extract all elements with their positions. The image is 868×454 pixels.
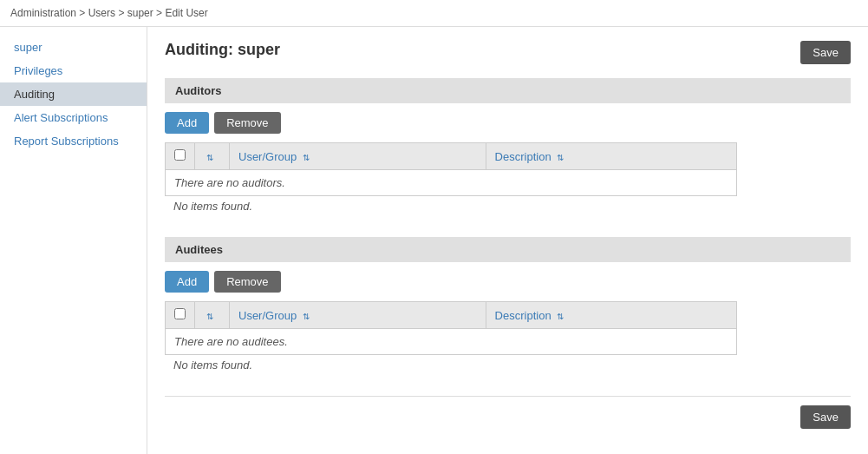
auditees-empty-row: There are no auditees.	[166, 329, 737, 355]
save-button-top[interactable]: Save	[800, 41, 851, 64]
sidebar-item-privileges[interactable]: Privileges	[0, 59, 147, 82]
auditees-remove-button[interactable]: Remove	[214, 271, 280, 293]
auditees-col-user-group[interactable]: User/Group ⇅	[230, 302, 486, 329]
sidebar-item-super[interactable]: super	[0, 36, 147, 59]
auditors-col-checkbox	[166, 143, 195, 170]
user-group-sort-icon: ⇅	[303, 153, 310, 162]
sidebar-item-report-subscriptions[interactable]: Report Subscriptions	[0, 129, 147, 153]
auditees-btn-row: Add Remove	[165, 271, 851, 293]
auditees-select-all-checkbox[interactable]	[174, 308, 186, 319]
auditors-empty-text: There are no auditors.	[166, 170, 737, 196]
auditors-header: Auditors	[165, 78, 851, 103]
auditors-table: ⇅ User/Group ⇅ Description ⇅	[165, 142, 737, 196]
main-content: Auditing: super Save Auditors Add Remove…	[147, 27, 868, 454]
page-header: Auditing: super Save	[165, 41, 851, 64]
sort-arrows-1: ⇅	[206, 153, 213, 162]
auditors-no-items: No items found.	[165, 196, 851, 216]
auditors-btn-row: Add Remove	[165, 112, 851, 134]
auditees-empty-text: There are no auditees.	[166, 329, 737, 355]
auditors-section: Auditors Add Remove ⇅ User/Group	[165, 78, 851, 216]
save-button-bottom[interactable]: Save	[800, 405, 851, 429]
description-sort-icon: ⇅	[557, 153, 564, 162]
auditees-header: Auditees	[165, 237, 851, 262]
auditors-col-sort: ⇅	[195, 143, 230, 170]
auditees-add-button[interactable]: Add	[165, 271, 209, 293]
sidebar-item-alert-subscriptions[interactable]: Alert Subscriptions	[0, 106, 147, 129]
auditors-add-button[interactable]: Add	[165, 112, 209, 134]
auditees-col-checkbox	[166, 302, 195, 329]
page-title: Auditing: super	[165, 41, 280, 59]
auditees-col-sort: ⇅	[195, 302, 230, 329]
auditors-remove-button[interactable]: Remove	[214, 112, 280, 134]
auditors-select-all-checkbox[interactable]	[174, 149, 186, 161]
footer-save-row: Save	[165, 396, 851, 438]
auditees-description-sort-icon: ⇅	[557, 312, 564, 321]
sidebar-item-auditing[interactable]: Auditing	[0, 82, 147, 106]
breadcrumb: Administration > Users > super > Edit Us…	[0, 0, 868, 27]
sort-arrows-2: ⇅	[206, 312, 213, 321]
auditees-table: ⇅ User/Group ⇅ Description ⇅	[165, 301, 737, 355]
auditors-col-user-group[interactable]: User/Group ⇅	[230, 143, 486, 170]
auditees-user-group-sort-icon: ⇅	[303, 312, 310, 321]
auditees-section: Auditees Add Remove ⇅ User/Group	[165, 237, 851, 375]
auditors-col-description[interactable]: Description ⇅	[486, 143, 736, 170]
auditors-empty-row: There are no auditors.	[166, 170, 737, 196]
sidebar: super Privileges Auditing Alert Subscrip…	[0, 27, 147, 454]
auditees-no-items: No items found.	[165, 355, 851, 375]
auditees-col-description[interactable]: Description ⇅	[486, 302, 736, 329]
